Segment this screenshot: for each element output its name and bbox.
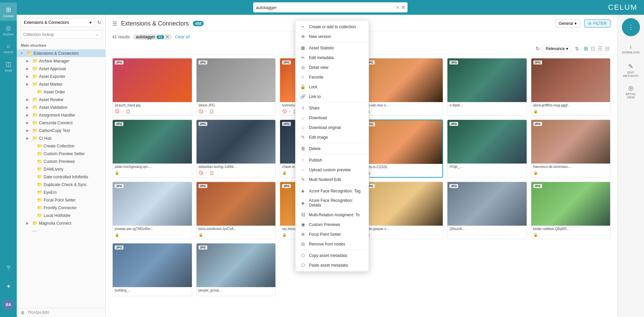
tree-item-local-hotfolder[interactable]: 📁 Local Hotfolder [17,212,105,219]
trash-bin[interactable]: 🗑 TRASH BIN [17,308,105,317]
menu-item-icon: ↓ [300,125,306,130]
more-actions-button[interactable]: ⋮ [622,18,640,36]
refresh-results-icon[interactable]: ↻ [536,46,540,52]
context-menu-item[interactable]: ▦ Asset Statistic [296,43,369,53]
tree-item-carboncopy[interactable]: ▶ 📁 CarbonCopy Test [17,127,105,134]
context-menu-item[interactable]: ◈ Azure Face Recognition: Details [296,196,369,210]
collection-search-input[interactable] [23,32,94,37]
image-card-5[interactable]: JPG alora-griffiths-myg-gggf... 🔒 [531,58,611,116]
refresh-button[interactable]: ↻ [97,20,101,25]
tree-item-duplicate-check[interactable]: 📁 Duplicate Check & Sync [17,181,105,188]
context-menu-item[interactable]: ◉ Custom Previews [296,220,369,229]
context-menu-item[interactable]: + Create or add to collection [296,22,369,32]
context-menu-item[interactable]: ↓ Download original [296,123,369,132]
context-menu-item[interactable]: ✎ Edit image [296,132,369,142]
sidebar-item-help[interactable]: ? [0,259,17,277]
tree-item-asset-marker[interactable]: ▶ 📁 Asset Marker [17,80,105,88]
tree-item-asset-order[interactable]: 📁 Asset Order [17,88,105,96]
tree-item-asset-validation[interactable]: ▶ 📁 Asset Validation [17,103,105,111]
filter-button[interactable]: ⊜ FILTER [584,19,610,28]
image-card-19[interactable]: JPG people_group... [196,243,276,296]
menu-item-label: Multi-Relation Assigment: To [309,213,364,217]
context-menu-item[interactable]: ✏ Edit metadata [296,53,369,62]
download-button[interactable]: ↓ DOWNLOAD [622,40,640,58]
tree-item-magnolia[interactable]: ▶ 📁 Magnolia Connect [17,219,105,227]
context-menu-item[interactable]: ⬡ Paste asset metadata [296,260,369,270]
detail-view-button[interactable]: ◎ DETAIL VIEW [622,83,640,101]
context-menu-item[interactable]: ◎ Detail view [296,62,369,72]
tree-item-camunda[interactable]: ▶ 📁 Camunda Connect [17,119,105,127]
tree-item-more[interactable]: — [17,227,105,235]
clear-all-link[interactable]: Clear all [175,35,190,39]
context-menu-item[interactable]: ⊕ New version [296,32,369,41]
list-view-icon[interactable]: ☰ [597,45,603,52]
tree-item-eyeem[interactable]: 📁 EyeEm [17,188,105,196]
sidebar-item-content[interactable]: ⊞ Content [0,3,17,21]
sidebar-item-search[interactable]: ⌕ Search [0,39,17,57]
filter-tag-remove[interactable]: ✕ [166,35,169,39]
grid-view-icon[interactable]: ⊞ [583,45,589,52]
context-menu-item[interactable]: ⊟ Remove from nodes [296,239,369,249]
tree-item-asset-approval[interactable]: ▶ 📁 Asset Approval [17,65,105,73]
context-menu-item[interactable]: 🗑 Delete [296,144,369,153]
image-card-0[interactable]: JPG strauch_hand.jpg 🚫○📋 [112,58,192,116]
tree-item-archive-manager[interactable]: ▶ 📁 Archive Manager [17,57,105,65]
panel-view-icon[interactable]: ⊟ [604,45,610,52]
context-menu-item[interactable]: ☆ Favorite [296,72,369,82]
context-menu-item[interactable]: ✎ Multi Noderef Edit [296,175,369,184]
tree-item-custom-previews[interactable]: 📁 Custom Previews [17,157,105,165]
tree-item-asset-exporter[interactable]: ▶ 📁 Asset Exporter [17,73,105,80]
search-filter-icon[interactable]: ≡ [402,4,405,10]
tree-item-assignment-handler[interactable]: ▶ 📁 Assignment Handler [17,111,105,119]
image-card-16[interactable]: JPG QNszoA... [447,182,527,239]
large-grid-view-icon[interactable]: ⊡ [590,45,596,52]
tree-item-focal-point-setter[interactable]: 📁 Focal Point Setter [17,196,105,204]
hamburger-menu[interactable]: ☰ [112,20,117,27]
context-menu-item[interactable]: ⊕ Focal Point Setter [296,229,369,239]
image-card-7[interactable]: JPG sebastian-boring-1s66d... 🚫○📋 [196,120,276,178]
sidebar-item-plugin[interactable]: ✦ [0,277,17,296]
image-card-12[interactable]: JPG jonatan-pie-xgTMSz6ke... 🔒 [112,182,192,239]
sort-direction-icon[interactable]: ⇅ [574,45,580,52]
image-card-9[interactable]: JPG seb-m-CGSSl... 🔒 [364,120,443,178]
search-clear-button[interactable]: ✕ [396,5,400,10]
context-menu-item[interactable]: ↓ Download [296,113,369,123]
sort-dropdown[interactable]: Relevance ▾ [543,45,571,52]
image-card-4[interactable]: JPG n-9qsK... [447,58,527,116]
image-card-1[interactable]: JPG steine.JPG 🚫○📋 [196,58,276,116]
tree-item-extensions[interactable]: ▾ 📁 Extensions & Connectors [17,49,105,57]
format-badge: JPG [115,122,123,126]
context-menu-item[interactable]: ↑ Publish [296,155,369,165]
image-card-11[interactable]: JPG francesco-de-tommaso-... 🔒 [531,120,611,178]
user-avatar[interactable]: BA [0,296,17,314]
context-menu-item[interactable]: 🔗 Link to [296,92,369,101]
tree-item-create-collection[interactable]: 📁 Create Collection [17,142,105,150]
image-card-10[interactable]: JPG H7qb_... [447,120,527,178]
image-card-6[interactable]: JPG julian-hochgesang-qm-... 🔒 [112,120,192,178]
global-search-input[interactable] [256,5,394,10]
sidebar-item-explore[interactable]: ◎ Explore [0,21,17,39]
image-card-15[interactable]: JPG juan-gaspar-c... 🔒 [364,182,443,239]
context-menu-item[interactable]: 🔒 Lock [296,82,369,92]
image-card-13[interactable]: JPG boris-smokrovic-lyvCvA... 🔒 [196,182,276,239]
folder-dropdown[interactable]: Extensions & Connectors ▾ [21,18,95,27]
tree-item-damlivery[interactable]: 📁 DAMLivery [17,165,105,173]
context-menu-item[interactable]: ⇪ Share [296,103,369,113]
image-card-18[interactable]: JPG building_... [112,243,192,296]
sidebar-item-work[interactable]: ◫ Work [0,57,17,75]
tree-item-frontify[interactable]: 📁 Frontify Connector [17,204,105,212]
image-card-3[interactable]: JPG tijs-van-leur-s... 🔒 [364,58,443,116]
context-menu-item[interactable]: ⬡ Copy asset metadata [296,251,369,260]
edit-metadata-button[interactable]: ✎ EDIT METADATA [622,61,640,79]
context-menu-item[interactable]: ⛓ Multi-Relation Assigment: To [296,210,369,220]
tree-item-cihub[interactable]: ▶ 📁 CI Hub [17,134,105,142]
context-menu-item[interactable]: ◈ Azure Face Recognition: Tag [296,186,369,196]
general-dropdown[interactable]: General ▾ [555,19,580,28]
collection-search-icon[interactable]: ⌕ [96,32,99,37]
tree-item-date-controlled[interactable]: 📁 Date-controlled Infofields [17,173,105,181]
context-menu-item[interactable]: ↑ Upload custom preview [296,165,369,175]
image-action-icons: 🔒 [364,232,443,239]
tree-item-custom-preview-setter[interactable]: 📁 Custom Preview Setter [17,150,105,157]
image-card-17[interactable]: JPG kedar-redekar-Q8qW5... 🔒 [531,182,611,239]
tree-item-asset-review[interactable]: ▶ 📁 Asset Review [17,96,105,103]
